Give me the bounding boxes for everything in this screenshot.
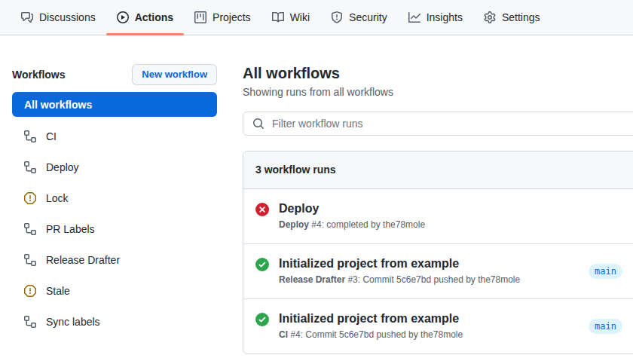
run-text: Deploy Deploy #4: completed by the78mole [279,201,633,231]
tab-label: Security [349,11,387,23]
check-circle-fill-icon [255,313,269,326]
sidebar-item-release-drafter[interactable]: Release Drafter [12,244,217,275]
workflow-icon [24,130,36,142]
tab-label: Actions [135,11,173,23]
comment-discussion-icon [21,11,33,23]
run-row-ci[interactable]: Initialized project from example CI #4: … [243,299,633,353]
workflow-label: Release Drafter [46,254,120,266]
tab-wiki[interactable]: Wiki [261,0,320,35]
x-circle-fill-icon [255,203,269,216]
gear-icon [484,11,496,23]
sidebar-item-pr-labels[interactable]: PR Labels [12,213,217,244]
check-circle-fill-icon [255,258,269,271]
workflow-icon [24,161,36,173]
tab-label: Wiki [290,11,310,23]
sidebar-item-deploy[interactable]: Deploy [12,151,217,182]
run-row-release-drafter[interactable]: Initialized project from example Release… [243,244,633,299]
tab-discussions[interactable]: Discussions [11,0,106,35]
filter-workflow-runs-input[interactable] [271,117,633,130]
page-subtitle: Showing runs from all workflows [243,85,633,99]
run-text: Initialized project from example CI #4: … [279,311,579,341]
run-title-link[interactable]: Deploy [279,201,319,216]
sidebar-header: Workflows New workflow [12,64,217,85]
page-title: All workflows [243,63,633,84]
run-workflow-name: Deploy [279,219,309,230]
runs-count-header: 3 workflow runs [243,151,633,189]
tab-insights[interactable]: Insights [398,0,473,35]
page-body: Workflows New workflow All workflows CI … [0,35,633,364]
tab-projects[interactable]: Projects [184,0,261,35]
run-workflow-name: CI [279,329,288,340]
workflow-runs-main: All workflows Showing runs from all work… [243,35,633,364]
run-detail: #4: completed by the78mole [309,219,425,230]
workflow-label: Sync labels [46,316,100,328]
sidebar-item-all-workflows[interactable]: All workflows [12,92,217,117]
tab-security[interactable]: Security [320,0,398,35]
search-icon [252,118,265,130]
run-detail: #4: Commit 5c6e7bd pushed by the78mole [288,329,463,340]
branch-badge[interactable]: main [589,319,622,334]
workflow-icon [24,254,36,266]
run-row-deploy[interactable]: Deploy Deploy #4: completed by the78mole [243,189,633,244]
project-icon [194,11,206,23]
alert-octagon-icon [24,285,36,297]
tab-label: Insights [427,11,463,23]
workflow-label: PR Labels [46,223,95,235]
workflows-sidebar: Workflows New workflow All workflows CI … [0,35,243,364]
run-detail: #3: Commit 5c6e7bd pushed by the78mole [345,274,520,285]
filter-workflow-runs-box [243,112,633,136]
run-subtitle: Deploy #4: completed by the78mole [279,219,633,231]
workflow-list: CI Deploy Lock PR Labels Release Drafter [12,121,217,337]
workflows-heading: Workflows [12,69,66,81]
repo-tab-nav: Discussions Actions Projects Wiki Securi… [0,0,633,35]
sidebar-item-stale[interactable]: Stale [12,275,217,306]
sidebar-item-sync-labels[interactable]: Sync labels [12,306,217,337]
play-icon [117,11,129,23]
run-title-link[interactable]: Initialized project from example [279,256,459,271]
new-workflow-button[interactable]: New workflow [132,64,217,85]
run-workflow-name: Release Drafter [279,274,345,285]
run-text: Initialized project from example Release… [279,256,579,286]
tab-actions[interactable]: Actions [106,0,184,35]
tab-label: Discussions [39,11,96,23]
tab-settings[interactable]: Settings [473,0,551,35]
workflow-label: Stale [46,285,70,297]
alert-octagon-icon [24,192,36,204]
shield-icon [331,11,343,23]
workflow-label: CI [46,130,57,142]
run-title-link[interactable]: Initialized project from example [279,311,459,326]
sidebar-item-lock[interactable]: Lock [12,182,217,213]
sidebar-item-ci[interactable]: CI [12,121,217,151]
workflow-label: Deploy [46,161,79,173]
workflow-label: Lock [46,192,69,204]
workflow-icon [24,316,36,328]
tab-label: Projects [213,11,251,23]
run-subtitle: Release Drafter #3: Commit 5c6e7bd pushe… [279,274,579,286]
run-subtitle: CI #4: Commit 5c6e7bd pushed by the78mol… [279,329,579,341]
graph-icon [408,11,420,23]
github-actions-page: Discussions Actions Projects Wiki Securi… [0,0,633,364]
workflow-runs-panel: 3 workflow runs Deploy Deploy #4: comple… [243,151,633,354]
tab-label: Settings [502,11,540,23]
branch-badge[interactable]: main [589,264,622,279]
workflow-icon [24,223,36,235]
book-icon [272,11,284,23]
